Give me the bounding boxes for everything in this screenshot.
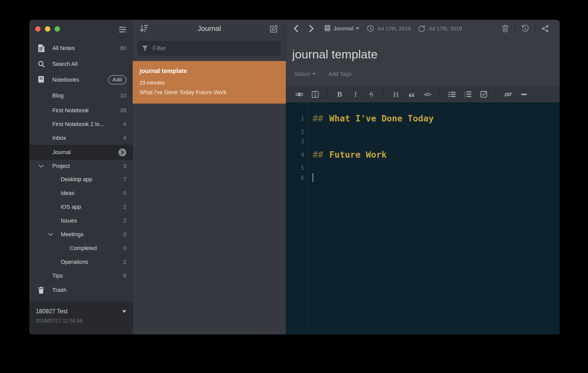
strikethrough-icon[interactable]: S [367,91,376,98]
sidebar-item-first-notebook[interactable]: First Notebook 39 [29,104,133,117]
sidebar-item-label: Completed [70,245,97,252]
columns-icon[interactable] [311,91,320,98]
heading-text: What I've Done Today [329,113,434,123]
account-selector[interactable]: 180927 Test [36,308,126,315]
sidebar-item-ios-app[interactable]: iOS app 2 [29,200,133,214]
eye-icon[interactable] [295,91,304,97]
sidebar-item-all-notes[interactable]: All Notes 80 [29,40,133,56]
updated-icon [418,25,425,32]
sidebar-item-count: 7 [123,176,126,183]
code-icon[interactable]: </> [423,91,432,97]
history-icon[interactable] [521,25,529,32]
sidebar-item-project[interactable]: Project 3 [29,160,133,172]
italic-icon[interactable]: I [351,90,360,98]
link-icon[interactable] [504,91,512,98]
divider [496,89,496,100]
bold-icon[interactable]: B [335,90,344,98]
sidebar-item-completed[interactable]: Completed 0 [29,241,133,255]
note-list-panel: Journal journal template 23 minutes What… [133,20,286,334]
sync-timestamp: 2019/07/17 12:54:58 [36,318,126,324]
sidebar-item-label: Project [52,163,70,169]
heading-icon[interactable]: H [391,90,400,99]
editor-line[interactable]: 2 [286,127,560,136]
search-icon [38,60,45,68]
filter-input[interactable] [152,44,277,52]
line-number: 4 [286,152,304,158]
sidebar-item-count: 2 [123,259,126,265]
text-cursor [313,173,313,182]
back-icon[interactable] [293,25,299,32]
editor-line[interactable]: 4 ##Future Work [286,146,560,163]
editor-line[interactable]: 3 [286,136,560,146]
sidebar-item-label: Notebooks [52,77,79,83]
filter-bar [138,41,281,56]
chevron-right-icon [118,148,126,156]
editor-body[interactable]: 1 ##What I've Done Today 2 3 4 ##Future … [286,102,560,334]
add-tags-field[interactable]: Add Tags [328,71,351,77]
sidebar-item-count: 2 [123,204,126,210]
note-list-header: Journal [133,20,286,37]
sidebar-item-ideas[interactable]: Ideas 0 [29,186,133,200]
share-icon[interactable] [541,25,549,32]
note-list-item[interactable]: journal template 23 minutes What I've Do… [133,61,286,104]
add-notebook-button[interactable]: Add [108,75,126,84]
sidebar-item-label: Desktop app [61,176,92,183]
blockquote-icon[interactable]: “ [407,95,416,100]
divider [535,23,535,34]
sidebar-item-tips[interactable]: Tips 6 [29,269,133,283]
note-title-field[interactable]: journal template [292,47,560,61]
hr-icon[interactable] [520,94,528,95]
sidebar-item-trash[interactable]: Trash [29,283,133,297]
sidebar-item-issues[interactable]: Issues 2 [29,214,133,228]
sidebar-item-journal[interactable]: Journal [29,145,133,160]
sidebar-item-label: Trash [52,287,66,293]
sidebar-item-meetings[interactable]: Meetings 0 [29,228,133,241]
close-window-button[interactable] [35,26,41,32]
sidebar-item-count: 0 [123,245,126,252]
minimize-window-button[interactable] [45,26,50,32]
sidebar-item-count: 39 [120,107,126,114]
gutter-divider [308,102,308,334]
zoom-window-button[interactable] [55,26,60,32]
sidebar-settings-icon[interactable] [118,26,127,33]
checkbox-icon[interactable] [479,91,488,98]
sidebar: All Notes 80 Search All Notebooks Add [29,20,133,334]
line-number: 3 [286,138,304,145]
sidebar-item-count: 2 [123,217,126,224]
chevron-down-icon[interactable] [48,233,53,236]
trash-outline-icon[interactable] [502,25,509,32]
updated-date: Jul 17th, 2019 [428,26,462,32]
md-heading-token: ## [313,150,323,160]
ordered-list-icon[interactable]: 1 2 3 [463,91,472,98]
sort-descending-icon[interactable] [140,24,149,33]
sidebar-item-notebooks[interactable]: Notebooks Add [29,72,133,88]
sidebar-item-count: 3 [123,163,126,169]
sidebar-item-inbox[interactable]: Inbox 4 [29,131,133,145]
sidebar-item-label: iOS app [61,204,81,210]
heading-text: Future Work [329,150,387,160]
sidebar-item-search-all[interactable]: Search All [29,56,133,72]
created-date: Jul 17th, 2019 [377,26,411,32]
caret-down-icon [122,310,126,313]
compose-icon[interactable] [270,24,279,33]
status-dropdown[interactable]: Status [294,71,316,77]
sidebar-item-desktop-app[interactable]: Desktop app 7 [29,172,133,186]
forward-icon[interactable] [309,25,314,32]
sidebar-footer: 180927 Test 2019/07/17 12:54:58 [29,302,133,334]
clock-icon [367,25,374,32]
sidebar-item-first-notebook-2[interactable]: First Notebook 2 lo... 4 [29,117,133,131]
chevron-down-icon[interactable] [39,165,44,168]
account-name: 180927 Test [36,308,68,315]
sidebar-item-blog[interactable]: Blog 10 [29,88,133,104]
window-controls [35,26,60,32]
editor-line[interactable]: 1 ##What I've Done Today [286,110,560,127]
editor-actions [502,23,549,34]
editor-line[interactable]: 6 [286,173,560,182]
bullet-list-icon[interactable] [448,91,456,97]
note-list-title: Journal [198,24,221,33]
editor-line[interactable]: 5 [286,163,560,173]
sidebar-item-operations[interactable]: Operations 2 [29,255,133,269]
note-item-title: journal template [140,67,279,74]
notebook-selector[interactable]: Journal [333,25,353,32]
sidebar-item-count: 6 [123,272,126,279]
